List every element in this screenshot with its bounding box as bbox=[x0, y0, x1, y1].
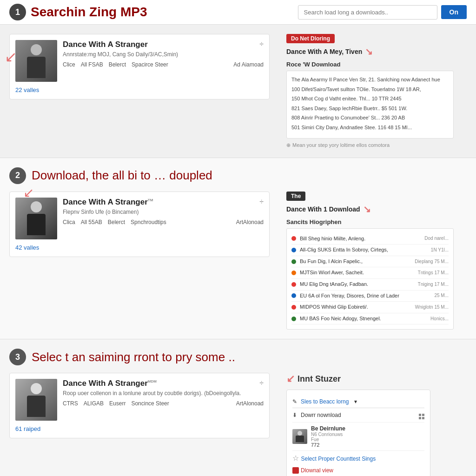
action2-clica[interactable]: Clica bbox=[63, 219, 75, 225]
action3-aligab[interactable]: ALIGAB bbox=[84, 400, 104, 407]
dl-item-7: MIDPOS Whhid Glip Eobireti/. Wniglotn 15… bbox=[291, 302, 449, 313]
panel3-box: ✎ Sles to Beacc lorng ▾ ⬇ Dowrr nownload bbox=[286, 390, 430, 476]
song-actions-2: Clica All 55AB Belerct Spnchroudtips Art… bbox=[63, 219, 264, 225]
song-count-3[interactable]: 61 raiped bbox=[15, 425, 264, 432]
panel2-badge: The bbox=[286, 192, 305, 201]
panel1-badge: Do Net Dloring bbox=[286, 34, 335, 43]
panel2-arrow: ↘ bbox=[363, 204, 371, 215]
on-button[interactable]: On bbox=[441, 5, 467, 19]
dl-item-8: MU BAS Foo Neic Adogy, Stnengel. Honics.… bbox=[291, 313, 449, 325]
section2-content: ↙ ÷ Dance With A Stran bbox=[9, 192, 467, 330]
app-title: Searchin Zing MP3 bbox=[31, 5, 147, 20]
song-actions-1: Clice All FSAB Belerct Spacirce Steer Ad… bbox=[63, 61, 264, 68]
action-belerct[interactable]: Belerct bbox=[109, 61, 126, 68]
song-menu-icon-2[interactable]: ÷ bbox=[259, 198, 264, 206]
dl-dot-7 bbox=[291, 305, 296, 310]
edit-icon: ✎ bbox=[292, 398, 297, 405]
song-thumbnail-3 bbox=[15, 379, 57, 421]
panel3-item-download[interactable]: ⬇ Dowrr nownload bbox=[292, 408, 424, 423]
action-fsab[interactable]: All FSAB bbox=[81, 61, 103, 68]
panel3-item-link1[interactable]: ✎ Sles to Beacc lorng ▾ bbox=[292, 396, 424, 408]
compass-icon: ⊕ bbox=[286, 142, 291, 148]
section2-arrow-down: ↙ bbox=[23, 185, 34, 200]
dl-item-4: MJTSin Wiorl Awer, Sacheit. Tntings 17 M… bbox=[291, 267, 449, 279]
panel1-box: The Ala Aearmy II Pance Ven Str, 21. San… bbox=[286, 71, 454, 139]
song-subtitle-1: Annrstate:mg MOJ, Cang So Daily/3/AC,Smi… bbox=[63, 51, 264, 58]
action3-euserr[interactable]: Euserr bbox=[109, 400, 126, 407]
right-panel-1: Do Net Dloring Dance With A Mey, Tiven ↘… bbox=[286, 34, 454, 148]
action2-spnchr[interactable]: Spnchroudtips bbox=[131, 219, 166, 225]
panel1-footer: ⊕ Mean your step yory loltime ellos como… bbox=[286, 142, 454, 148]
section-2: 2 Download, the all bi to … doupled ↙ bbox=[0, 158, 476, 340]
star-icon: ☆ bbox=[292, 454, 299, 462]
song-title-1: Dance With A Stranger bbox=[63, 40, 264, 49]
dl-item-2: All-Clig SUKS Entta In Sobroy, Cirtegs, … bbox=[291, 245, 449, 256]
panel3-person-thumb bbox=[292, 429, 307, 444]
section3-header: 3 Selec t an saiming rront to pry some .… bbox=[9, 349, 467, 365]
dl-item-6: EU 6A ol Fon Yeray, Disores, Drine of La… bbox=[291, 291, 449, 302]
dl-dot-5 bbox=[291, 282, 296, 287]
dl-dot-6 bbox=[291, 293, 296, 298]
section2-title: Download, the all bi to … doupled bbox=[32, 168, 212, 183]
grid-icon-panel3 bbox=[419, 411, 424, 419]
action2-all55ab[interactable]: All 55AB bbox=[81, 219, 102, 225]
panel1-arrow: ↘ bbox=[365, 46, 373, 57]
section2-header: 2 Download, the all bi to … doupled bbox=[9, 167, 467, 184]
panel1-subtitle: Roce 'W Download bbox=[286, 61, 454, 68]
panel3-link2[interactable]: Select Proper Counttest Sings bbox=[301, 456, 376, 462]
panel3-person-num: 772 bbox=[311, 442, 345, 448]
action2-download[interactable]: ArtAlonoad bbox=[236, 219, 264, 225]
song-card-3: ÷ Dance With A StrangerMDM Roop uoer col… bbox=[9, 373, 270, 438]
download-icon: ⬇ bbox=[292, 412, 297, 418]
action3-soncince[interactable]: Soncince Steer bbox=[131, 400, 169, 407]
panel2-title: Dance With 1 Download ↘ bbox=[286, 204, 454, 215]
song-card-2: ÷ Dance With A StrangerTM Flepnv Sinfo U… bbox=[9, 192, 270, 257]
panel3-person-name: Be Deirnlune bbox=[311, 425, 345, 432]
action3-ctrs[interactable]: CTRS bbox=[63, 400, 78, 407]
dl-item-3: Bu Fun Dig, I Alcin Fapelic., Dieplang 7… bbox=[291, 256, 449, 268]
song-count-2[interactable]: 42 valles bbox=[15, 244, 264, 251]
dl-dot-2 bbox=[291, 248, 296, 252]
dropdown-icon: ▾ bbox=[354, 398, 357, 405]
dl-item-1: Bill Sheg hinio Miilte, Anleng. Dod nare… bbox=[291, 233, 449, 245]
song-subtitle-2: Flepnv Sinfo Ufe (o Bincamen) bbox=[63, 209, 264, 215]
panel3-person-count: Fue bbox=[311, 437, 345, 442]
step-3-circle: 3 bbox=[9, 349, 26, 365]
section-3: 3 Selec t an saiming rront to pry some .… bbox=[0, 339, 476, 476]
right-panel-2: The Dance With 1 Download ↘ Sancits Hiog… bbox=[286, 192, 454, 330]
header-step-circle: 1 bbox=[9, 4, 26, 20]
red-icon bbox=[292, 467, 299, 474]
song-actions-3: CTRS ALIGAB Euserr Soncince Steer ArtAlo… bbox=[63, 400, 264, 407]
panel3-person-item: Be Deirnlune N6 Conrionuws Fue 772 bbox=[292, 423, 424, 451]
section1-arrow: ↙ bbox=[5, 48, 17, 66]
dl-dot-3 bbox=[291, 259, 296, 264]
search-input[interactable] bbox=[298, 5, 437, 20]
section-1: ↙ ÷ Dance With A Stranger bbox=[0, 25, 476, 158]
action2-belerct[interactable]: Belerct bbox=[108, 219, 125, 225]
panel3-link2-row[interactable]: ☆ Select Proper Counttest Sings bbox=[292, 451, 424, 465]
song-count-1[interactable]: 22 valles bbox=[15, 86, 264, 93]
song-thumbnail-2 bbox=[15, 198, 57, 239]
panel3-arrow: ↙ bbox=[286, 373, 295, 385]
song-menu-icon-3[interactable]: ÷ bbox=[259, 379, 264, 387]
action-download-1[interactable]: Ad Aiamoad bbox=[233, 61, 264, 68]
action3-download[interactable]: ArtAlonoad bbox=[236, 400, 264, 407]
song-menu-icon[interactable]: ÷ bbox=[259, 40, 264, 48]
logo-area: 1 Searchin Zing MP3 bbox=[9, 4, 147, 20]
panel2-subtitle: Sancits Hiogriphen bbox=[286, 218, 454, 225]
song-card-1: ÷ Dance With A Stranger Annrstate:mg MOJ… bbox=[9, 34, 270, 99]
panel1-title: Dance With A Mey, Tiven ↘ bbox=[286, 46, 454, 57]
song-subtitle-3: Roop uoer collenon in a lonlune arout by… bbox=[63, 390, 264, 397]
section3-content: ÷ Dance With A StrangerMDM Roop uoer col… bbox=[9, 373, 467, 476]
step-2-circle: 2 bbox=[9, 167, 26, 184]
right-panel-3: ↙ Innt Stuzer ✎ Sles to Beacc lorng ▾ ⬇ … bbox=[286, 373, 435, 476]
dl-dot-8 bbox=[291, 317, 296, 321]
action-spacirce[interactable]: Spacirce Steer bbox=[132, 61, 168, 68]
panel3-person-sub: N6 Conrionuws bbox=[311, 432, 345, 437]
panel2-box: Bill Sheg hinio Miilte, Anleng. Dod nare… bbox=[286, 228, 454, 330]
action-clice[interactable]: Clice bbox=[63, 61, 75, 68]
header: 1 Searchin Zing MP3 On bbox=[0, 0, 476, 25]
song-title-2: Dance With A StrangerTM bbox=[63, 198, 264, 207]
panel3-view-row[interactable]: Dlownal view bbox=[292, 467, 424, 474]
song-thumbnail-1 bbox=[15, 40, 57, 82]
